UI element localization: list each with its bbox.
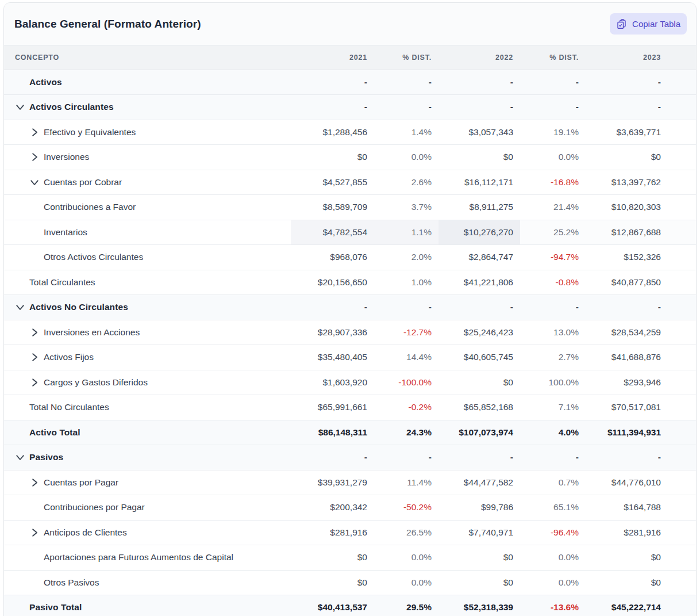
chevron-icon [30,202,39,212]
value-2021: $86,148,311 [291,420,380,445]
value-2023: $3,639,771 [586,120,696,145]
balance-sheet-card: Balance General (Formato Anterior) Copia… [3,2,697,616]
concept-label: Inversiones en Acciones [44,327,140,338]
table-row[interactable]: Activos No Circulantes - - - - - [4,295,696,320]
dist-2022: 0.0% [520,145,586,170]
chevron-right-icon[interactable] [30,478,39,487]
value-2022: - [439,95,520,120]
dist-2021: -100.0% [380,370,439,395]
value-2022: $44,477,582 [439,470,520,495]
table-row[interactable]: Cargos y Gastos Diferidos $1,603,920 -10… [4,370,696,395]
concept-label: Pasivos [29,452,63,462]
table-row[interactable]: Anticipos de Clientes $281,916 26.5% $7,… [4,520,696,545]
table-row[interactable]: Inversiones $0 0.0% $0 0.0% $0 [4,145,696,170]
value-2023: - [586,70,696,95]
dist-2022: 2.7% [520,345,586,370]
table-row[interactable]: Activos Circulantes - - - - - [4,95,696,120]
concept-label: Cargos y Gastos Diferidos [44,377,148,388]
dist-2022: - [520,295,586,320]
value-2023: $111,394,931 [586,420,696,445]
value-2021: $65,991,661 [291,395,380,420]
concept-label: Otros Activos Circulantes [44,252,143,262]
table-row: Contribuciones por Pagar $200,342 -50.2%… [4,495,696,521]
dist-2021: - [380,70,439,95]
table-body: Activos - - - - - Activos Circulantes - … [4,70,696,616]
value-2021: $39,931,279 [291,470,380,495]
table-row[interactable]: Inversiones en Acciones $28,907,336 -12.… [4,320,696,345]
dist-2021: 1.0% [380,270,439,295]
chevron-right-icon[interactable] [30,378,39,387]
dist-2022: 25.2% [520,220,586,245]
chevron-right-icon[interactable] [30,528,39,537]
chevron-right-icon[interactable] [30,328,39,337]
value-2022: $3,057,343 [439,120,520,145]
concept-label: Total No Circulantes [29,402,109,412]
table-row[interactable]: Cuentas por Cobrar $4,527,855 2.6% $16,1… [4,170,696,195]
dist-2022: 4.0% [520,420,586,445]
dist-2021: 1.4% [380,120,439,145]
value-2022: $16,112,171 [439,170,520,195]
value-2021: $20,156,650 [291,270,380,295]
table-row[interactable]: Pasivos - - - - - [4,445,696,470]
chevron-down-icon[interactable] [16,102,25,112]
chevron-right-icon[interactable] [30,152,39,162]
value-2022: $2,864,747 [439,245,520,270]
value-2023: $45,222,714 [586,595,696,616]
table-row[interactable]: Activos Fijos $35,480,405 14.4% $40,605,… [4,345,696,370]
value-2021: - [291,95,380,120]
chevron-down-icon[interactable] [16,303,25,312]
dist-2021: 11.4% [380,470,439,495]
value-2021: $28,907,336 [291,320,380,345]
table-header-row: CONCEPTO 2021 % DIST. 2022 % DIST. 2023 [4,45,696,70]
dist-2021: -12.7% [380,320,439,345]
value-2022: $0 [439,145,520,170]
concept-label: Cuentas por Pagar [44,477,118,488]
dist-2021: -50.2% [380,495,439,521]
dist-2022: -16.8% [520,170,586,195]
concept-label: Contribuciones por Pagar [44,502,145,512]
column-header-2022: 2022 [439,45,520,70]
column-header-2023: 2023 [586,45,696,70]
dist-2021: 29.5% [380,595,439,616]
concept-label: Activos No Circulantes [29,302,128,312]
concept-label: Anticipos de Clientes [44,527,127,538]
table-row[interactable]: Cuentas por Pagar $39,931,279 11.4% $44,… [4,470,696,495]
chevron-icon [16,278,25,287]
chevron-icon [30,553,39,562]
concept-label: Otros Pasivos [44,577,99,588]
value-2023: - [586,295,696,320]
value-2022: $0 [439,370,520,395]
table-row[interactable]: Efectivo y Equivalentes $1,288,456 1.4% … [4,120,696,145]
value-2023: - [586,95,696,120]
copy-table-button[interactable]: Copiar Tabla [610,13,687,35]
table-row: Otros Pasivos $0 0.0% $0 0.0% $0 [4,570,696,595]
chevron-right-icon[interactable] [30,353,39,362]
value-2023: $164,788 [586,495,696,521]
chevron-right-icon[interactable] [30,128,39,137]
value-2023: $12,867,688 [586,220,696,245]
value-2021: - [291,445,380,470]
value-2022: $0 [439,545,520,571]
chevron-down-icon[interactable] [16,453,25,462]
concept-label: Total Circulantes [29,277,95,288]
table-row: Otros Activos Circulantes $968,076 2.0% … [4,245,696,270]
value-2022: $8,911,275 [439,195,520,220]
dist-2022: 13.0% [520,320,586,345]
value-2021: $281,916 [291,520,380,545]
table-row: Aportaciones para Futuros Aumentos de Ca… [4,545,696,571]
dist-2022: 7.1% [520,395,586,420]
chevron-down-icon[interactable] [30,178,39,187]
dist-2022: 65.1% [520,495,586,521]
dist-2021: - [380,95,439,120]
table-row: Activos - - - - - [4,70,696,95]
value-2021: - [291,295,380,320]
dist-2022: -0.8% [520,270,586,295]
concept-label: Contribuciones a Favor [44,202,136,212]
value-2022: $41,221,806 [439,270,520,295]
column-header-2021: 2021 [291,45,380,70]
table-row: Total No Circulantes $65,991,661 -0.2% $… [4,395,696,420]
value-2021: $40,413,537 [291,595,380,616]
value-2021: $0 [291,145,380,170]
value-2022: $99,786 [439,495,520,521]
value-2022: - [439,70,520,95]
